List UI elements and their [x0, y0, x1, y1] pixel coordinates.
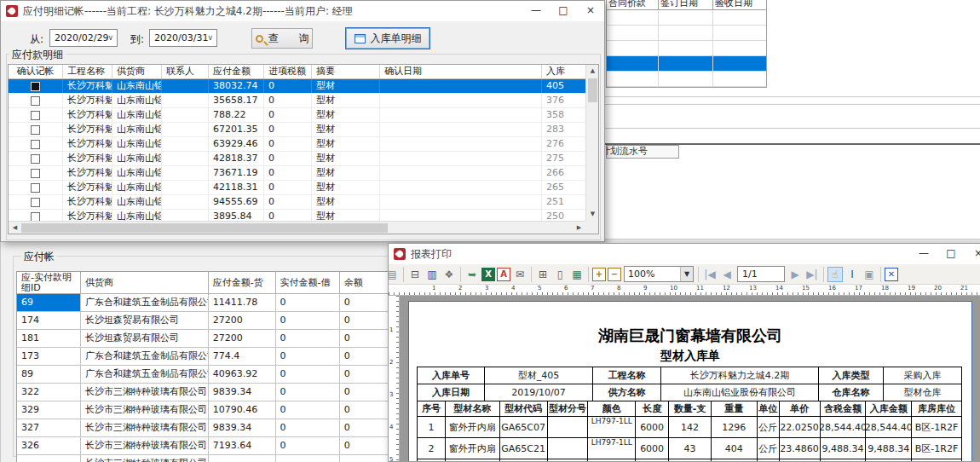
table-row[interactable]	[607, 41, 766, 56]
table-row[interactable]: 长沙市三湘特种玻璃有限公司	[17, 455, 388, 462]
hand-tool-icon[interactable]: ☝	[827, 267, 843, 282]
print-icon[interactable]: ⊟	[407, 267, 423, 282]
table-row[interactable]: 69广东合和建筑五金制品有限公司11411.7800	[17, 294, 388, 312]
column-header[interactable]: 供货商	[112, 65, 162, 78]
chart-icon[interactable]: ▦	[569, 267, 585, 282]
to-date-select[interactable]: 2020/03/31 ∨	[149, 29, 217, 47]
last-page-icon[interactable]: ▶|	[804, 267, 820, 282]
confirm-checkbox[interactable]	[31, 96, 40, 106]
report-preview-area[interactable]: 湖南巨晟门窗幕墙有限公司 型材入库单 入库单号型材_405工程名称长沙万科魅力之…	[400, 296, 980, 461]
payable-account-rows: 69广东合和建筑五金制品有限公司11411.7800174长沙坦森贸易有限公司2…	[17, 294, 388, 462]
table-row[interactable]	[607, 56, 766, 72]
confirm-checkbox[interactable]	[31, 183, 40, 193]
table-row[interactable]: 329长沙市三湘特种玻璃有限公司10790.4600	[17, 401, 388, 419]
minimize-button[interactable]: —	[522, 1, 550, 21]
confirm-checkbox[interactable]	[31, 154, 40, 164]
close-preview-icon[interactable]: ✕	[885, 268, 898, 281]
report-view-icon[interactable]: ▤	[389, 267, 400, 282]
table-row[interactable]	[607, 26, 766, 41]
column-header[interactable]: 工程名称	[63, 65, 112, 78]
confirm-checkbox[interactable]	[31, 198, 40, 207]
table-row[interactable]: 174长沙坦森贸易有限公司2720000	[17, 312, 388, 330]
titlebar[interactable]: 报表打印 — □ ×	[389, 244, 980, 264]
export-icon[interactable]: ➥	[464, 267, 480, 282]
table-row[interactable]: 长沙万科魅力...山东南山铝业...788.220型材358	[9, 108, 598, 123]
column-header[interactable]: 入库	[542, 65, 586, 78]
table-row[interactable]: 长沙万科魅力...山东南山铝业...73671.190型材266	[9, 166, 598, 181]
zoom-out-icon[interactable]: −	[608, 268, 621, 281]
zoom-in-icon[interactable]: +	[592, 268, 606, 281]
query-button[interactable]: 查 询	[251, 28, 313, 49]
confirm-checkbox[interactable]	[31, 169, 40, 178]
scrollbar-thumb[interactable]	[588, 78, 597, 102]
titlebar[interactable]: 应付明细记帐------当前工程: 长沙万科魅力之城4.2期------当前用户…	[1, 1, 604, 21]
column-header[interactable]: 应-实付款明细ID	[17, 272, 81, 293]
table-row[interactable]	[607, 10, 766, 26]
payable-detail-window: 应付明细记帐------当前工程: 长沙万科魅力之城4.2期------当前用户…	[0, 0, 605, 242]
table-cell: 69	[17, 294, 81, 311]
table-row[interactable]: 长沙万科魅力...山东南山铝业...63929.460型材276	[9, 137, 598, 152]
scroll-up-icon[interactable]: ▲	[586, 65, 599, 78]
column-header[interactable]: 确认日期	[380, 65, 542, 78]
column-header[interactable]: 进项税额	[264, 65, 312, 78]
column-header[interactable]: 联系人	[162, 65, 209, 78]
excel-icon[interactable]: X	[481, 268, 495, 281]
column-header[interactable]: 供货商	[81, 272, 209, 293]
confirm-checkbox[interactable]	[31, 111, 40, 120]
table-row[interactable]: 173广东合和建筑五金制品有限公司774.400	[17, 348, 388, 366]
scroll-right-icon[interactable]: ▶	[573, 222, 585, 234]
table-row[interactable]: 89广东合和建筑五金制品有限公司40963.9200	[17, 366, 388, 384]
confirm-checkbox[interactable]	[31, 125, 40, 135]
table-cell	[659, 56, 713, 71]
maximize-button[interactable]: □	[550, 1, 577, 21]
table-row[interactable]: 327长沙市三湘特种玻璃有限公司9839.3400	[17, 419, 388, 437]
ruler-number: 6	[564, 285, 568, 292]
text-select-icon[interactable]: I	[845, 267, 860, 282]
column-header[interactable]: 摘要	[312, 65, 380, 78]
table-row[interactable]: 长沙万科魅力...山东南山铝业...42818.370型材275	[9, 152, 598, 166]
first-page-icon[interactable]: |◀	[702, 267, 718, 282]
confirm-checkbox[interactable]	[31, 82, 40, 91]
vertical-scrollbar[interactable]: ▲ ▼	[585, 65, 598, 221]
column-header[interactable]: 确认记帐	[9, 65, 63, 78]
ruler-number: 16	[828, 285, 836, 292]
window-icon	[355, 34, 366, 43]
scroll-down-icon[interactable]: ▼	[586, 208, 599, 221]
table-row[interactable]: 长沙万科魅力...山东南山铝业...38032.740型材405	[9, 79, 598, 94]
table-row[interactable]: 长沙万科魅力...山东南山铝业...35658.170型材376	[9, 94, 598, 108]
prev-page-icon[interactable]: ◀	[719, 267, 735, 282]
scrollbar-thumb[interactable]	[21, 223, 388, 233]
table-row[interactable]: 181长沙坦森贸易有限公司2720000	[17, 330, 388, 348]
confirm-checkbox[interactable]	[31, 212, 40, 222]
page-setup-icon[interactable]: ▯	[552, 267, 568, 282]
chevron-down-icon[interactable]: ▼	[680, 267, 693, 281]
column-header[interactable]: 应付金额-货	[209, 272, 276, 293]
column-header[interactable]: 应付金额	[209, 65, 264, 78]
scroll-left-icon[interactable]: ◀	[9, 222, 21, 234]
horizontal-scrollbar[interactable]: ◀ ▶	[9, 221, 585, 234]
table-row[interactable]: 长沙万科魅力...山东南山铝业...42118.310型材265	[9, 181, 598, 195]
mail-icon[interactable]: ✉	[512, 267, 527, 282]
column-header[interactable]: 实付金额-借	[276, 272, 340, 293]
next-page-icon[interactable]: ▶	[787, 267, 803, 282]
confirm-checkbox[interactable]	[31, 140, 40, 149]
book-icon[interactable]: ▥	[424, 267, 440, 282]
from-date-select[interactable]: 2020/02/29 ∨	[49, 29, 118, 47]
minimize-button[interactable]: —	[910, 244, 937, 264]
table-row[interactable]: 326长沙市三湘特种玻璃有限公司7193.6400	[17, 437, 388, 455]
options-icon[interactable]: ❖	[441, 267, 457, 282]
table-row[interactable]: 322长沙市三湘特种玻璃有限公司9839.3400	[17, 384, 388, 401]
table-row[interactable]: 长沙万科魅力...山东南山铝业...67201.350型材283	[9, 123, 598, 137]
zoom-level-select[interactable]: 100%▼	[624, 266, 694, 282]
copy-icon[interactable]: ▣	[862, 267, 877, 282]
close-button[interactable]: ×	[965, 244, 980, 264]
table-row[interactable]: 长沙万科魅力...山东南山铝业...94555.690型材251	[9, 195, 598, 210]
table-row[interactable]	[607, 72, 766, 87]
close-button[interactable]: ×	[577, 1, 604, 21]
pdf-icon[interactable]: A	[497, 268, 510, 281]
maximize-button[interactable]: □	[937, 244, 965, 264]
inbound-detail-button[interactable]: 入库单明细	[345, 27, 430, 49]
print-layout-icon[interactable]: ⊞	[535, 267, 551, 282]
column-header[interactable]: 余额	[340, 272, 388, 293]
page-number-input[interactable]: 1/1	[737, 266, 785, 282]
